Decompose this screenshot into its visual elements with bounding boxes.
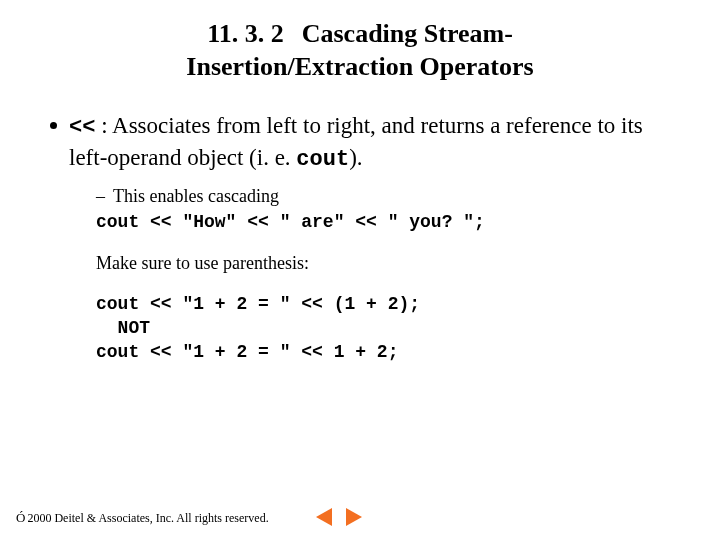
bullet-text: << : Associates from left to right, and … bbox=[69, 111, 682, 174]
sub-bullet: – This enables cascading bbox=[96, 184, 682, 208]
copyright-symbol: Ó bbox=[16, 510, 25, 526]
dash-icon: – bbox=[96, 184, 105, 208]
slide: 11. 3. 2Cascading Stream- Insertion/Extr… bbox=[0, 0, 720, 540]
bullet-sep: : bbox=[95, 113, 112, 138]
copyright-footer: Ó 2000 Deitel & Associates, Inc. All rig… bbox=[16, 510, 269, 526]
nav-next-icon[interactable] bbox=[346, 508, 362, 526]
cout-code: cout bbox=[296, 147, 349, 172]
section-number: 11. 3. 2 bbox=[207, 19, 284, 48]
sub-bullet-text: This enables cascading bbox=[113, 184, 279, 208]
code-example-1: cout << "How" << " are" << " you? "; bbox=[96, 210, 682, 234]
title-line-2: Insertion/Extraction Operators bbox=[186, 52, 533, 81]
parenthesis-note: Make sure to use parenthesis: bbox=[96, 253, 682, 274]
code-example-2: cout << "1 + 2 = " << (1 + 2); NOT cout … bbox=[96, 292, 682, 365]
title-line-1: Cascading Stream- bbox=[302, 19, 513, 48]
slide-title: 11. 3. 2Cascading Stream- Insertion/Extr… bbox=[38, 18, 682, 83]
bullet-dot-icon bbox=[50, 122, 57, 129]
operator-code: << bbox=[69, 115, 95, 140]
bullet-text-2: ). bbox=[349, 145, 362, 170]
bullet-item: << : Associates from left to right, and … bbox=[50, 111, 682, 174]
copyright-text: 2000 Deitel & Associates, Inc. All right… bbox=[27, 511, 268, 526]
nav-prev-icon[interactable] bbox=[316, 508, 332, 526]
